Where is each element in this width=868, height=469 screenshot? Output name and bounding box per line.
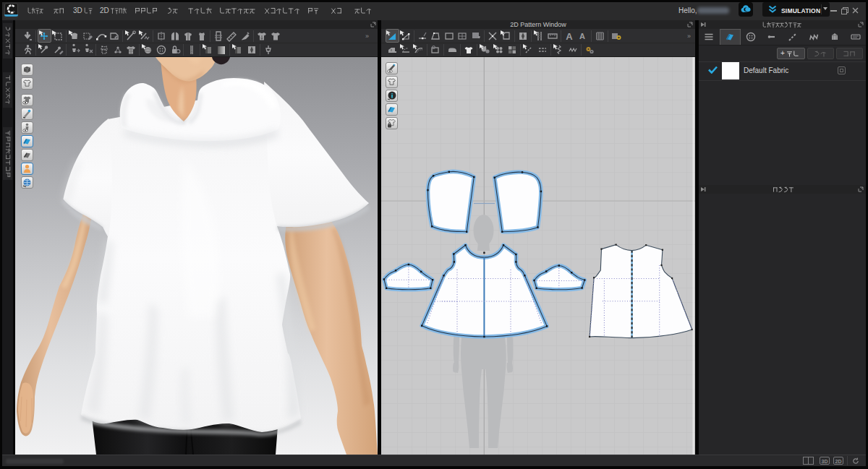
- svg-text:A: A: [579, 32, 585, 40]
- svg-text:2D: 2D: [835, 459, 842, 464]
- svg-text:3D: 3D: [822, 459, 828, 464]
- svg-text:A: A: [566, 31, 573, 42]
